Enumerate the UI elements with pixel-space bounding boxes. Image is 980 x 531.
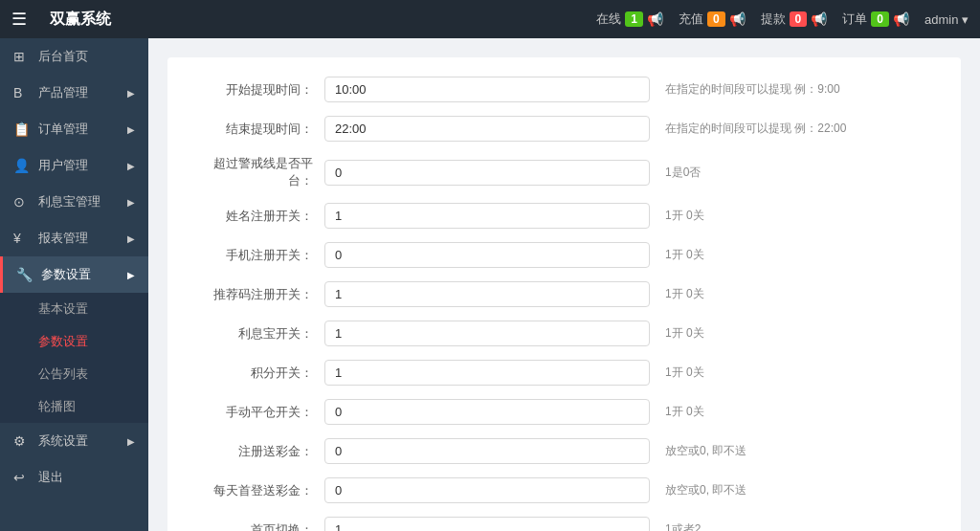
form-label-0: 开始提现时间： [190, 81, 324, 99]
form-label-6: 利息宝开关： [190, 325, 324, 343]
form-input-wrap-0 [324, 77, 650, 102]
form-label-4: 手机注册开关： [190, 247, 324, 264]
form-input-2[interactable] [324, 160, 650, 186]
form-row: 注册送彩金： 放空或0, 即不送 [190, 438, 938, 464]
form-hint-2: 1是0否 [665, 165, 701, 181]
form-hint-9: 放空或0, 即不送 [665, 443, 746, 459]
sidebar-item-product[interactable]: B 产品管理 ▶ [0, 75, 148, 111]
sidebar: ⊞ 后台首页 B 产品管理 ▶ 📋 订单管理 ▶ 👤 用户管理 ▶ ⊙ 利息宝管… [0, 38, 148, 531]
sidebar-item-system[interactable]: ⚙ 系统设置 ▶ [0, 423, 148, 459]
form-label-3: 姓名注册开关： [190, 208, 324, 225]
form-hint-10: 放空或0, 即不送 [665, 482, 746, 498]
sidebar-item-report[interactable]: ¥ 报表管理 ▶ [0, 220, 148, 256]
form-input-0[interactable] [324, 77, 650, 102]
form-input-3[interactable] [324, 203, 650, 229]
params-submenu: 基本设置 参数设置 公告列表 轮播图 [0, 293, 148, 423]
sidebar-item-label: 产品管理 [38, 84, 88, 101]
submenu-notice[interactable]: 公告列表 [0, 358, 148, 390]
recharge-badge: 充值 0 📢 [679, 11, 746, 28]
form-label-8: 手动平仓开关： [190, 404, 324, 421]
form-row: 推荐码注册开关： 1开 0关 [190, 281, 938, 307]
sidebar-item-user[interactable]: 👤 用户管理 ▶ [0, 147, 148, 184]
form-input-10[interactable] [324, 477, 650, 503]
form-hint-8: 1开 0关 [665, 404, 704, 420]
form-input-6[interactable] [324, 321, 650, 346]
form-hint-6: 1开 0关 [665, 325, 704, 342]
form-input-wrap-6 [324, 321, 650, 346]
arrow-icon: ▶ [127, 88, 135, 99]
order-count: 0 [871, 11, 889, 27]
order-label: 订单 [842, 11, 867, 28]
logout-icon: ↩ [13, 470, 31, 485]
arrow-icon: ▶ [127, 197, 135, 208]
form-hint-7: 1开 0关 [665, 365, 704, 381]
online-speaker-icon: 📢 [647, 11, 663, 27]
system-icon: ⚙ [13, 433, 31, 449]
form-input-8[interactable] [324, 399, 650, 425]
recharge-speaker-icon: 📢 [729, 11, 746, 27]
form-label-5: 推荐码注册开关： [190, 286, 324, 303]
form-input-1[interactable] [324, 116, 650, 142]
topbar: ☰ 双赢系统 在线 1 📢 充值 0 📢 提款 0 📢 订单 0 📢 admin [0, 0, 980, 38]
form-row: 每天首登送彩金： 放空或0, 即不送 [190, 477, 938, 503]
online-count: 1 [625, 11, 643, 27]
logo: 双赢系统 [50, 10, 111, 30]
form-label-11: 首页切换： [190, 521, 324, 532]
form-label-2: 超过警戒线是否平台： [190, 155, 324, 189]
withdraw-label: 提款 [761, 11, 786, 28]
submenu-basic[interactable]: 基本设置 [0, 293, 148, 325]
sidebar-item-dashboard[interactable]: ⊞ 后台首页 [0, 38, 148, 75]
interest-icon: ⊙ [13, 194, 31, 210]
form-input-9[interactable] [324, 438, 650, 464]
submenu-params-set[interactable]: 参数设置 [0, 325, 148, 358]
form-label-9: 注册送彩金： [190, 443, 324, 460]
form-input-wrap-10 [324, 477, 650, 503]
online-label: 在线 [596, 11, 621, 28]
sidebar-item-params[interactable]: 🔧 参数设置 ▶ [0, 256, 148, 293]
order-badge: 订单 0 📢 [842, 11, 909, 28]
admin-menu[interactable]: admin [924, 12, 969, 27]
form-row: 手动平仓开关： 1开 0关 [190, 399, 938, 425]
withdraw-badge: 提款 0 📢 [761, 11, 828, 28]
sidebar-item-label: 利息宝管理 [38, 193, 100, 210]
sidebar-item-label: 系统设置 [38, 432, 88, 450]
sidebar-item-label: 用户管理 [38, 157, 88, 174]
hamburger-icon[interactable]: ☰ [11, 9, 27, 30]
form-input-7[interactable] [324, 360, 650, 386]
form-input-wrap-1 [324, 116, 650, 142]
arrow-icon: ▶ [127, 436, 135, 447]
form-hint-5: 1开 0关 [665, 286, 704, 302]
form-hint-4: 1开 0关 [665, 247, 704, 263]
sidebar-item-label: 后台首页 [38, 48, 88, 65]
order-speaker-icon: 📢 [893, 11, 909, 27]
arrow-icon: ▶ [127, 270, 135, 280]
form-input-5[interactable] [324, 281, 650, 307]
dashboard-icon: ⊞ [13, 49, 31, 64]
form-row: 利息宝开关： 1开 0关 [190, 321, 938, 346]
params-icon: 🔧 [16, 267, 33, 282]
form-label-7: 积分开关： [190, 365, 324, 382]
main-layout: ⊞ 后台首页 B 产品管理 ▶ 📋 订单管理 ▶ 👤 用户管理 ▶ ⊙ 利息宝管… [0, 38, 980, 531]
arrow-icon: ▶ [127, 124, 135, 135]
online-badge: 在线 1 📢 [596, 11, 663, 28]
withdraw-count: 0 [790, 11, 808, 27]
sidebar-item-label: 参数设置 [41, 266, 91, 283]
form-label-10: 每天首登送彩金： [190, 482, 324, 499]
arrow-icon: ▶ [127, 161, 135, 171]
form-input-wrap-9 [324, 438, 650, 464]
form-input-11[interactable] [324, 517, 650, 531]
user-icon: 👤 [13, 158, 31, 173]
sidebar-item-label: 报表管理 [38, 230, 88, 247]
form-card: 开始提现时间： 在指定的时间段可以提现 例：9:00 结束提现时间： 在指定的时… [167, 57, 961, 531]
content-area: 开始提现时间： 在指定的时间段可以提现 例：9:00 结束提现时间： 在指定的时… [148, 38, 980, 531]
sidebar-item-order[interactable]: 📋 订单管理 ▶ [0, 111, 148, 147]
sidebar-item-interest[interactable]: ⊙ 利息宝管理 ▶ [0, 184, 148, 220]
form-hint-3: 1开 0关 [665, 208, 704, 224]
form-row: 首页切换： 1或者2 [190, 517, 938, 531]
recharge-count: 0 [707, 11, 725, 27]
submenu-carousel[interactable]: 轮播图 [0, 390, 148, 423]
form-input-4[interactable] [324, 242, 650, 268]
topbar-right: 在线 1 📢 充值 0 📢 提款 0 📢 订单 0 📢 admin [596, 11, 969, 28]
form-hint-11: 1或者2 [665, 521, 701, 531]
sidebar-item-logout[interactable]: ↩ 退出 [0, 459, 148, 496]
